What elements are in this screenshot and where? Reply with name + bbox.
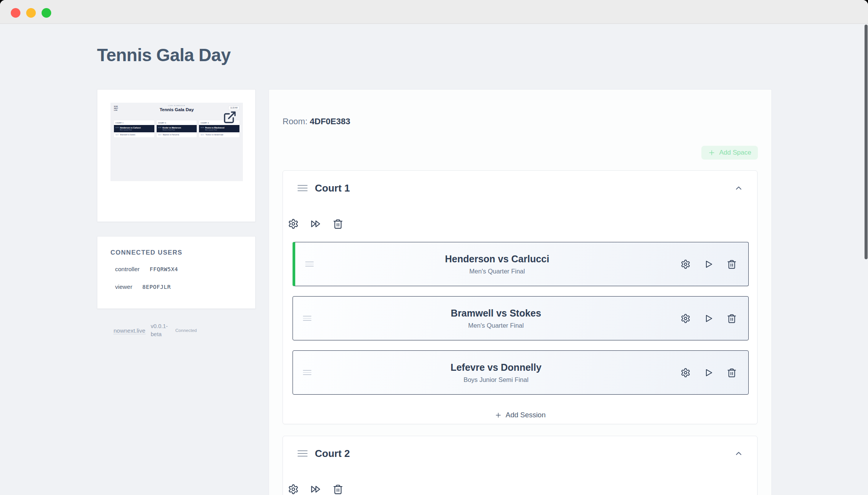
court-delete-button[interactable] (333, 484, 343, 495)
room-label: Room: (283, 117, 308, 126)
session-settings-button[interactable] (681, 313, 691, 323)
session-title: Bramwell vs Stokes (311, 308, 681, 319)
gear-icon (681, 259, 691, 269)
fast-forward-icon (310, 484, 321, 495)
mini-clock: 11:20 AM (228, 106, 239, 110)
session-delete-button[interactable] (727, 368, 737, 378)
court-card: Court 1 Henderson vs Carlucci Men's Quar… (283, 170, 758, 424)
court-delete-button[interactable] (333, 218, 343, 229)
user-code: 8EPOFJLR (142, 284, 171, 290)
trash-icon (727, 259, 737, 269)
session-drag-handle-icon[interactable] (305, 262, 314, 267)
session-card[interactable]: Lefevre vs Donnelly Boys Junior Semi Fin… (293, 350, 749, 395)
play-icon (704, 313, 714, 323)
play-icon (704, 259, 714, 269)
trash-icon (727, 313, 737, 323)
brand-link[interactable]: nownext.live (114, 327, 146, 334)
live-preview-card: NOW NEXT LIVE LIVE SCHEDULE Tennis Gala … (97, 89, 256, 222)
user-row: viewer 8EPOFJLR (115, 283, 171, 290)
session-drag-handle-icon[interactable] (303, 370, 311, 375)
court-fast-forward-button[interactable] (310, 484, 321, 495)
minimize-window-button[interactable] (26, 8, 36, 18)
connected-users-card: CONNECTED USERS controller FFQRW5X4 view… (97, 236, 256, 309)
add-space-button[interactable]: Add Space (701, 146, 758, 160)
app-window: Tennis Gala Day NOW NEXT LIVE LIVE SCHED… (0, 0, 868, 495)
chevron-up-icon (734, 183, 743, 193)
user-role: viewer (115, 283, 132, 290)
session-settings-button[interactable] (681, 368, 691, 378)
session-play-button[interactable] (704, 313, 714, 323)
plus-icon (495, 412, 502, 419)
session-title: Lefevre vs Donnelly (311, 362, 681, 373)
page-title: Tennis Gala Day (97, 45, 231, 65)
session-delete-button[interactable] (727, 313, 737, 323)
mini-court-column: COURT 2 NOW Kovler vs Marterson Women's … (157, 120, 197, 137)
user-row: controller FFQRW5X4 (115, 266, 178, 273)
court-card: Court 2 (283, 436, 758, 495)
session-drag-handle-icon[interactable] (303, 316, 311, 321)
trash-icon (333, 484, 343, 495)
add-session-button[interactable]: Add Session (283, 408, 757, 422)
mini-live-label: LIVE SCHEDULE (110, 105, 243, 107)
gear-icon (681, 368, 691, 378)
session-play-button[interactable] (704, 368, 714, 378)
gear-icon (681, 313, 691, 323)
version-label: v0.0.1-beta (151, 322, 172, 338)
user-role: controller (115, 266, 140, 273)
session-subtitle: Men's Quarter Final (311, 322, 681, 329)
session-settings-button[interactable] (681, 259, 691, 269)
court-name: Court 1 (315, 182, 350, 194)
app-footer: nownext.live v0.0.1-beta Connected (114, 322, 225, 338)
zoom-window-button[interactable] (42, 8, 51, 18)
collapse-court-button[interactable] (734, 449, 743, 458)
court-drag-handle-icon[interactable] (298, 450, 308, 457)
gear-icon (288, 484, 299, 495)
session-card[interactable]: Bramwell vs Stokes Men's Quarter Final (293, 296, 749, 340)
connection-status: Connected (176, 328, 197, 333)
trash-icon (333, 218, 343, 229)
fast-forward-icon (310, 218, 321, 229)
close-window-button[interactable] (11, 8, 20, 18)
court-settings-button[interactable] (288, 218, 299, 229)
plus-icon (708, 149, 716, 157)
session-subtitle: Men's Quarter Final (314, 268, 681, 275)
court-drag-handle-icon[interactable] (298, 185, 308, 192)
court-fast-forward-button[interactable] (310, 218, 321, 229)
session-delete-button[interactable] (727, 259, 737, 269)
scrollbar-thumb[interactable] (865, 25, 868, 259)
chevron-up-icon (734, 449, 743, 458)
court-settings-button[interactable] (288, 484, 299, 495)
main-panel: Room:4DF0E383 Add Space Court 1 (269, 89, 772, 495)
mini-court-column: COURT 1 NOW Henderson vs Carlucci Men's … (114, 120, 154, 137)
live-preview-thumbnail[interactable]: NOW NEXT LIVE LIVE SCHEDULE Tennis Gala … (110, 103, 243, 181)
user-code: FFQRW5X4 (150, 266, 178, 272)
session-play-button[interactable] (704, 259, 714, 269)
court-name: Court 2 (315, 448, 350, 460)
session-card[interactable]: Henderson vs Carlucci Men's Quarter Fina… (293, 242, 749, 286)
collapse-court-button[interactable] (734, 183, 743, 193)
trash-icon (727, 368, 737, 378)
session-title: Henderson vs Carlucci (314, 253, 681, 265)
play-icon (704, 368, 714, 378)
connected-users-heading: CONNECTED USERS (110, 249, 182, 256)
session-subtitle: Boys Junior Semi Final (311, 376, 681, 383)
window-titlebar (0, 0, 868, 24)
open-live-view-icon[interactable] (223, 110, 237, 124)
gear-icon (288, 218, 299, 229)
room-code: 4DF0E383 (310, 117, 350, 126)
room-code-line: Room:4DF0E383 (283, 117, 350, 127)
